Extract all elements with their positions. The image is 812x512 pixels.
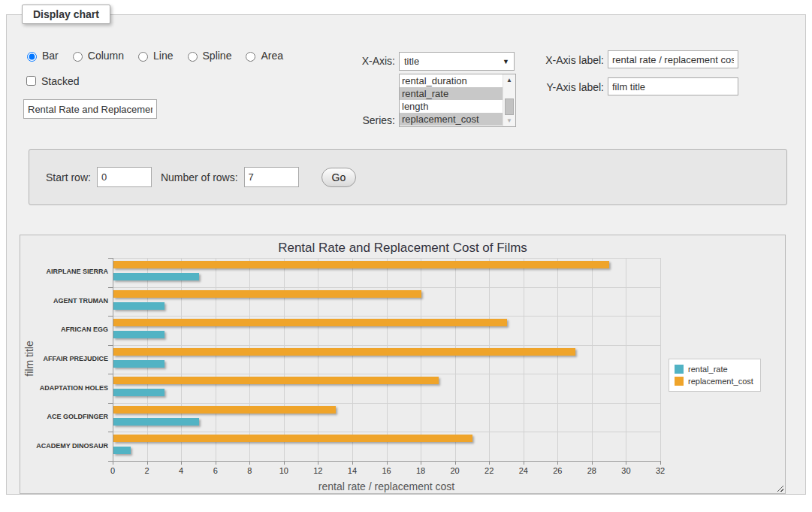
gridline-cat-6 (113, 432, 660, 432)
bar-rental_rate-3 (113, 360, 165, 368)
start-row-input[interactable] (97, 167, 152, 187)
bar-replacement_cost-3 (113, 348, 575, 356)
display-chart-fieldset: Display chart BarColumnLineSplineArea St… (6, 5, 806, 495)
scroll-up-icon[interactable]: ▲ (503, 74, 515, 86)
x-tick-label-24: 24 (512, 466, 535, 475)
category-label-2: AFRICAN EGG (30, 326, 108, 333)
series-multiselect[interactable]: rental_durationrental_ratelengthreplacem… (399, 74, 516, 127)
stacked-row: Stacked (23, 74, 87, 88)
series-option-rental_rate[interactable]: rental_rate (400, 87, 503, 100)
gridline-x-22 (489, 258, 490, 461)
x-tick-label-0: 0 (101, 466, 124, 475)
chart-type-radio-area[interactable] (246, 52, 255, 62)
gridline-cat-0 (113, 258, 660, 259)
gridline-x-24 (524, 258, 524, 461)
go-button[interactable]: Go (321, 168, 357, 187)
x-tick-label-2: 2 (136, 466, 158, 475)
gridline-cat-3 (113, 345, 660, 346)
bar-replacement_cost-6 (113, 435, 472, 442)
legend-label-rental_rate: rental_rate (688, 365, 728, 374)
resize-grip[interactable] (775, 483, 783, 492)
gridline-x-6 (216, 258, 216, 461)
gridline-x-10 (284, 258, 285, 461)
bar-replacement_cost-1 (113, 290, 421, 298)
x-tick-label-22: 22 (478, 466, 500, 475)
num-rows-input[interactable] (244, 167, 299, 187)
gridline-x-32 (660, 258, 661, 461)
chart-type-label-column: Column (88, 50, 124, 62)
chart-type-radio-line[interactable] (138, 52, 148, 62)
bar-replacement_cost-2 (113, 319, 507, 326)
yaxis-caption-input[interactable] (608, 77, 738, 95)
x-tickmark-32 (660, 461, 661, 465)
gridline-cat-5 (113, 403, 660, 404)
chevron-down-icon: ▼ (503, 58, 509, 65)
chart-title: Rental Rate and Replacement Cost of Film… (20, 241, 785, 256)
category-label-4: ADAPTATION HOLES (30, 384, 108, 392)
bar-replacement_cost-4 (113, 377, 439, 384)
xaxis-caption-label: X-Axis label: (525, 54, 604, 66)
series-option-length[interactable]: length (400, 100, 503, 113)
category-label-3: AFFAIR PREJUDICE (30, 355, 108, 362)
legend-item-replacement_cost[interactable]: replacement_cost (675, 375, 753, 387)
chart-type-radio-column[interactable] (73, 52, 83, 62)
bar-rental_rate-5 (113, 418, 199, 426)
category-label-5: ACE GOLDFINGER (30, 413, 108, 420)
bar-rental_rate-4 (113, 389, 165, 396)
x-axis-line (113, 461, 660, 462)
x-tick-label-16: 16 (376, 466, 398, 475)
x-tick-label-20: 20 (444, 466, 466, 475)
legend-label-replacement_cost: replacement_cost (688, 377, 753, 386)
chart-title-input[interactable] (23, 99, 157, 119)
x-tick-label-6: 6 (204, 466, 227, 475)
stacked-checkbox[interactable] (26, 76, 36, 86)
x-axis-title: rental rate / replacement cost (113, 480, 660, 492)
series-scrollbar[interactable]: ▲ ▼ (503, 74, 515, 126)
gridline-x-8 (249, 258, 250, 461)
bar-replacement_cost-0 (113, 261, 609, 268)
x-tick-label-8: 8 (238, 466, 261, 475)
bar-rental_rate-2 (113, 331, 165, 338)
chart-type-label-spline: Spline (203, 50, 232, 62)
num-rows-label: Number of rows: (161, 171, 238, 183)
x-tick-label-30: 30 (614, 466, 637, 475)
series-options: rental_durationrental_ratelengthreplacem… (400, 74, 503, 126)
chart-type-radio-spline[interactable] (188, 52, 198, 62)
x-tick-label-26: 26 (546, 466, 569, 475)
gridline-x-16 (387, 258, 388, 461)
y-axis-title: film title (23, 306, 35, 411)
xaxis-selected-value: title (404, 56, 419, 67)
x-tick-label-10: 10 (273, 466, 295, 475)
chart-type-radio-group: BarColumnLineSplineArea (23, 50, 291, 62)
gridline-x-30 (626, 258, 626, 461)
category-label-6: ACADEMY DINOSAUR (30, 442, 108, 450)
gridline-x-12 (318, 258, 318, 461)
legend-swatch-rental_rate (675, 365, 684, 374)
start-row-label: Start row: (46, 171, 91, 183)
x-tick-label-32: 32 (649, 466, 672, 475)
row-controls-panel: Start row: Number of rows: Go (29, 149, 787, 205)
xaxis-select[interactable]: title ▼ (399, 52, 515, 71)
gridline-cat-2 (113, 316, 660, 317)
bar-rental_rate-6 (113, 447, 131, 454)
chart-type-radio-bar[interactable] (27, 52, 37, 62)
gridline-cat-1 (113, 287, 660, 288)
x-tick-label-12: 12 (306, 466, 329, 475)
chart-type-label-line: Line (153, 50, 173, 62)
x-tick-label-4: 4 (170, 466, 192, 475)
chart-type-label-bar: Bar (42, 50, 59, 62)
fieldset-legend: Display chart (22, 5, 110, 24)
chart-legend: rental_ratereplacement_cost (669, 359, 761, 392)
gridline-x-14 (352, 258, 353, 461)
scroll-down-icon[interactable]: ▼ (503, 115, 515, 126)
stacked-label: Stacked (41, 75, 80, 87)
legend-item-rental_rate[interactable]: rental_rate (675, 363, 753, 375)
x-tick-label-28: 28 (581, 466, 603, 475)
xaxis-caption-input[interactable] (608, 50, 738, 68)
scrollbar-thumb[interactable] (505, 98, 514, 115)
series-option-rental_duration[interactable]: rental_duration (400, 74, 503, 87)
x-tick-label-14: 14 (341, 466, 364, 475)
series-option-replacement_cost[interactable]: replacement_cost (400, 113, 503, 126)
xaxis-select-label: X-Axis: (322, 55, 395, 67)
bar-rental_rate-1 (113, 302, 165, 310)
